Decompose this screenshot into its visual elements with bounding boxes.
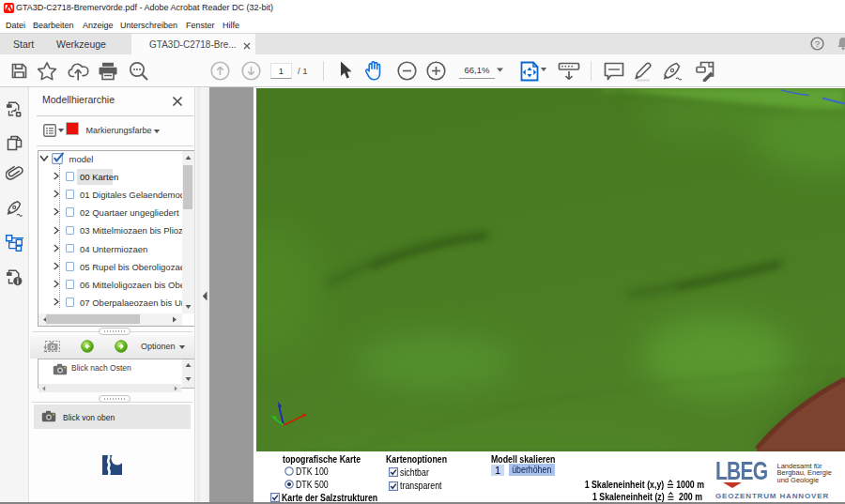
svg-text:?: ? [815, 38, 820, 49]
